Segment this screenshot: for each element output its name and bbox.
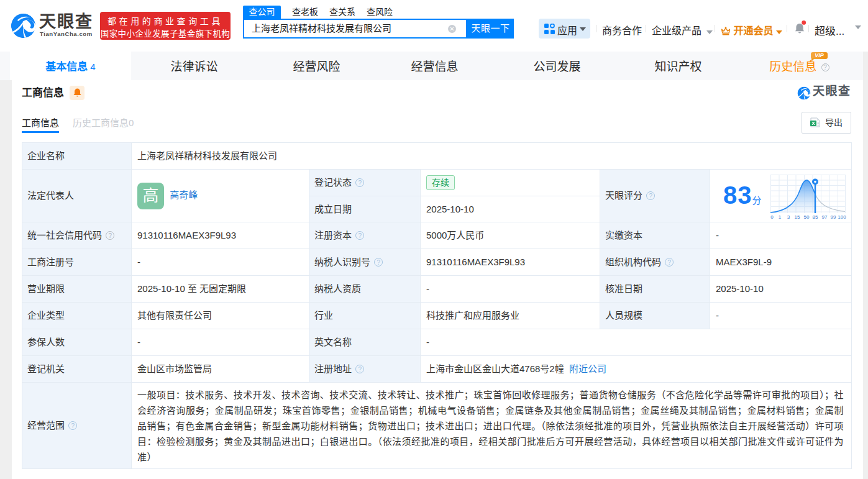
svg-text:50: 50 [804, 214, 810, 220]
svg-text:85: 85 [813, 214, 818, 220]
svg-text:1: 1 [779, 214, 782, 220]
svg-text:100: 100 [838, 214, 846, 220]
svg-text:97: 97 [822, 214, 828, 220]
svg-text:3: 3 [787, 214, 790, 220]
svg-text:0: 0 [770, 214, 774, 220]
svg-text:99: 99 [831, 214, 836, 220]
svg-text:15: 15 [795, 214, 800, 220]
